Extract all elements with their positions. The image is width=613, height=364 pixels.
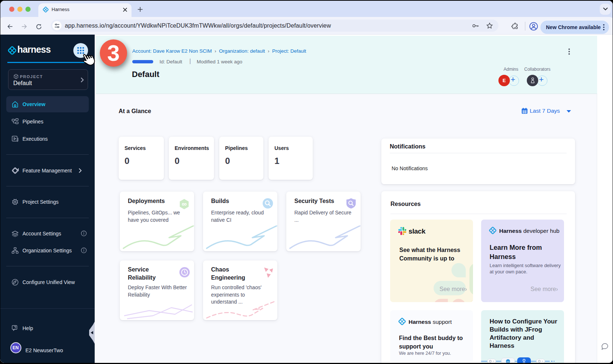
svg-text:∞: ∞: [182, 200, 187, 208]
